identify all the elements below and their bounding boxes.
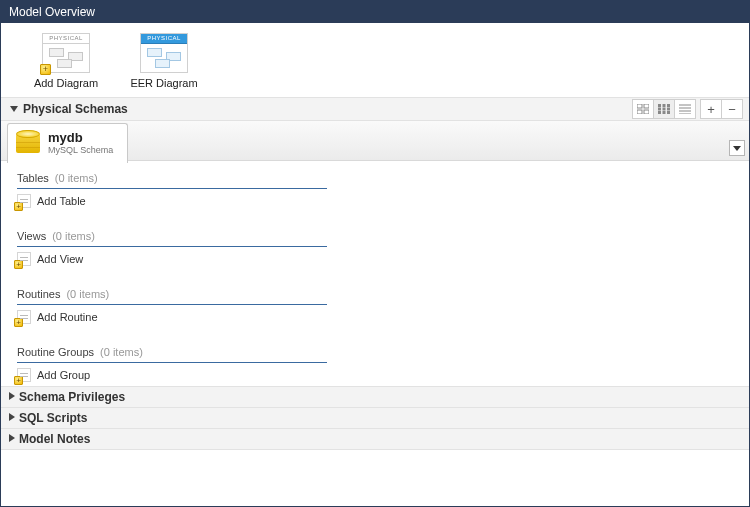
diagrams-row: PHYSICAL + Add Diagram PHYSICAL EER Diag… <box>1 23 749 97</box>
section-title: SQL Scripts <box>19 411 87 425</box>
category-label: Views <box>17 230 46 242</box>
add-group-icon: + <box>17 368 31 382</box>
window-title: Model Overview <box>9 5 95 19</box>
svg-marker-19 <box>9 392 15 400</box>
svg-rect-5 <box>658 104 661 107</box>
category-count: (0 items) <box>52 230 95 242</box>
add-label: Add Group <box>37 369 90 381</box>
schema-dropdown-button[interactable] <box>729 140 745 156</box>
svg-rect-8 <box>658 108 661 111</box>
svg-rect-3 <box>637 110 642 114</box>
svg-marker-20 <box>9 413 15 421</box>
schema-name: mydb <box>48 131 113 145</box>
eer-diagram-icon: PHYSICAL <box>140 33 188 73</box>
category-row-routines: Routines (0 items) <box>17 283 327 305</box>
category-label: Tables <box>17 172 49 184</box>
add-view-button[interactable]: + Add View <box>17 247 327 271</box>
svg-rect-11 <box>658 111 661 114</box>
svg-rect-12 <box>663 111 666 114</box>
svg-rect-10 <box>667 108 670 111</box>
add-label: Add Routine <box>37 311 98 323</box>
svg-rect-4 <box>644 110 649 114</box>
section-header-sql-scripts[interactable]: SQL Scripts <box>1 407 749 429</box>
category-count: (0 items) <box>100 346 143 358</box>
schema-content: Tables (0 items) + Add Table Views (0 it… <box>1 161 749 387</box>
section-header-schema-privileges[interactable]: Schema Privileges <box>1 386 749 408</box>
schema-subtitle: MySQL Schema <box>48 145 113 155</box>
expand-toggle-icon[interactable] <box>7 391 17 403</box>
add-label: Add View <box>37 253 83 265</box>
diagram-tab-label: PHYSICAL <box>141 34 187 44</box>
add-label: Add Table <box>37 195 86 207</box>
view-medium-button[interactable] <box>653 99 675 119</box>
section-header-physical-schemas: Physical Schemas + − <box>1 97 749 121</box>
category-count: (0 items) <box>66 288 109 300</box>
schema-bar: mydb MySQL Schema <box>1 121 749 161</box>
add-table-button[interactable]: + Add Table <box>17 189 327 213</box>
add-diagram-label: Add Diagram <box>34 77 98 89</box>
svg-rect-2 <box>644 104 649 108</box>
section-header-model-notes[interactable]: Model Notes <box>1 428 749 450</box>
category-count: (0 items) <box>55 172 98 184</box>
diagram-tab-label: PHYSICAL <box>43 34 89 44</box>
category-label: Routine Groups <box>17 346 94 358</box>
add-table-icon: + <box>17 194 31 208</box>
add-routine-icon: + <box>17 310 31 324</box>
content-area: PHYSICAL + Add Diagram PHYSICAL EER Diag… <box>1 23 749 450</box>
section-title: Physical Schemas <box>23 102 128 116</box>
category-row-routine-groups: Routine Groups (0 items) <box>17 341 327 363</box>
svg-marker-21 <box>9 434 15 442</box>
add-diagram-icon: PHYSICAL + <box>42 33 90 73</box>
database-icon <box>16 130 40 156</box>
add-group-button[interactable]: + Add Group <box>17 363 327 387</box>
collapse-toggle-icon[interactable] <box>7 102 21 116</box>
category-row-tables: Tables (0 items) <box>17 167 327 189</box>
eer-diagram-item[interactable]: PHYSICAL EER Diagram <box>129 33 199 89</box>
add-routine-button[interactable]: + Add Routine <box>17 305 327 329</box>
view-mode-buttons <box>633 99 696 119</box>
expand-toggle-icon[interactable] <box>7 412 17 424</box>
svg-rect-9 <box>663 108 666 111</box>
eer-diagram-label: EER Diagram <box>130 77 197 89</box>
category-row-views: Views (0 items) <box>17 225 327 247</box>
section-title: Model Notes <box>19 432 90 446</box>
view-large-button[interactable] <box>632 99 654 119</box>
view-list-button[interactable] <box>674 99 696 119</box>
svg-marker-18 <box>733 146 741 151</box>
add-schema-button[interactable]: + <box>700 99 722 119</box>
plus-icon: + <box>40 64 51 75</box>
category-label: Routines <box>17 288 60 300</box>
svg-rect-7 <box>667 104 670 107</box>
remove-schema-button[interactable]: − <box>721 99 743 119</box>
add-view-icon: + <box>17 252 31 266</box>
svg-rect-6 <box>663 104 666 107</box>
section-title: Schema Privileges <box>19 390 125 404</box>
add-diagram-item[interactable]: PHYSICAL + Add Diagram <box>31 33 101 89</box>
schema-tab-mydb[interactable]: mydb MySQL Schema <box>7 123 128 163</box>
window-titlebar: Model Overview <box>1 1 749 23</box>
expand-toggle-icon[interactable] <box>7 433 17 445</box>
svg-rect-1 <box>637 104 642 108</box>
svg-rect-13 <box>667 111 670 114</box>
svg-marker-0 <box>10 106 18 112</box>
